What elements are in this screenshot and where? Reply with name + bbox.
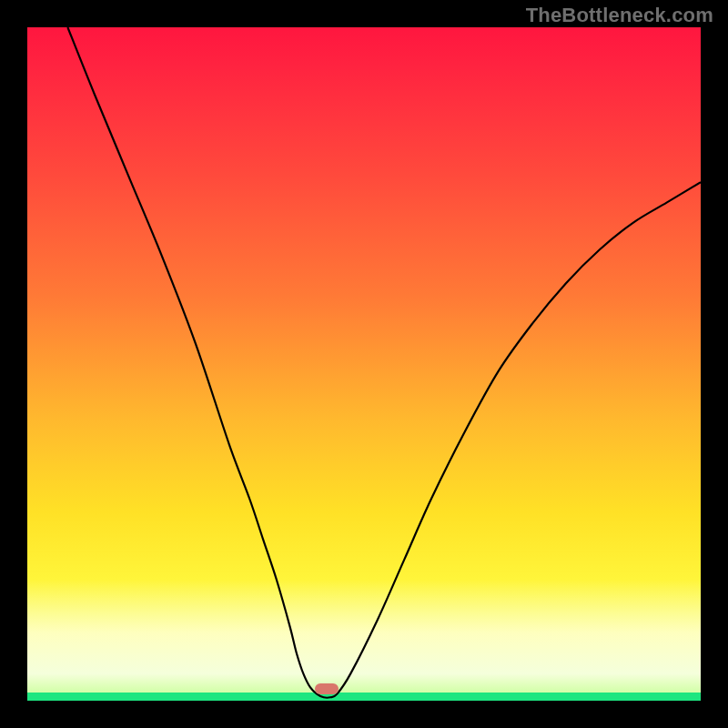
optimal-point-marker	[315, 683, 339, 694]
bottleneck-curve-path	[67, 27, 701, 698]
bottleneck-curve	[27, 27, 701, 701]
watermark-text: TheBottleneck.com	[526, 4, 713, 27]
chart-plot-area	[27, 27, 701, 701]
